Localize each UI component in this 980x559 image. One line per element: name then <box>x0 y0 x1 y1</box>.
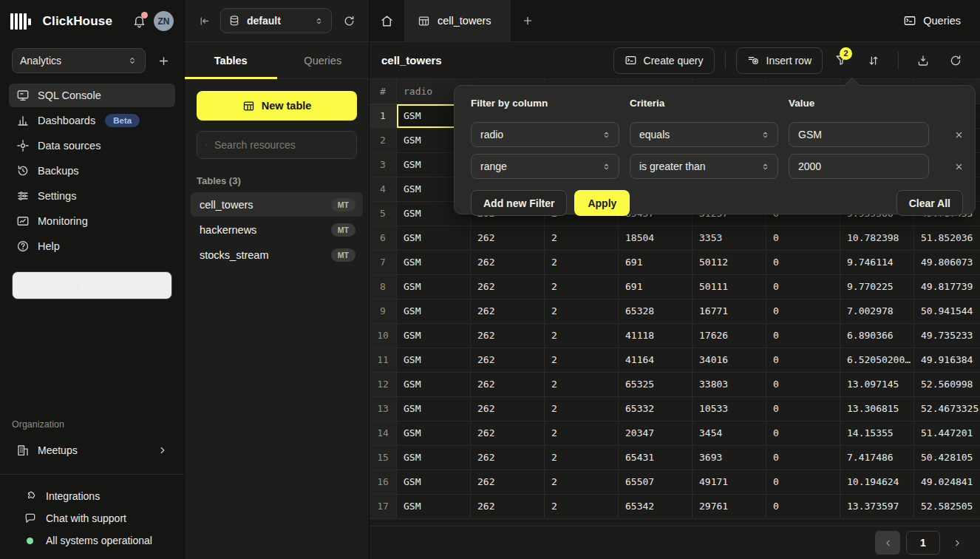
table-cell[interactable]: 51.447201 <box>914 421 980 446</box>
table-cell[interactable]: 2 <box>545 275 619 299</box>
table-row[interactable]: 8GSM26226915011109.77022549.817739 <box>370 275 980 299</box>
table-cell[interactable]: 9.746114 <box>840 251 914 275</box>
table-cell[interactable]: 65431 <box>619 446 693 470</box>
table-cell[interactable]: 41164 <box>619 348 693 373</box>
filter-column-select[interactable]: range <box>471 154 619 179</box>
workspace-select[interactable]: Analytics <box>12 48 146 73</box>
table-cell[interactable]: GSM <box>397 470 471 495</box>
table-row[interactable]: 10GSM2622411181762606.89036649.735233 <box>370 324 980 348</box>
table-cell[interactable]: 20347 <box>619 421 693 446</box>
table-cell[interactable]: 262 <box>471 470 545 495</box>
table-cell[interactable]: 7.002978 <box>840 299 914 324</box>
table-cell[interactable]: 13.306815 <box>840 397 914 421</box>
sidebar-item-dashboards[interactable]: Dashboards Beta <box>9 109 175 132</box>
table-cell[interactable]: 10.194624 <box>840 470 914 495</box>
filter-button[interactable]: 2 <box>827 47 855 74</box>
table-cell[interactable]: 16771 <box>693 299 766 324</box>
sidebar-item-help[interactable]: Help <box>9 234 175 258</box>
table-cell[interactable]: 262 <box>471 373 545 397</box>
table-cell[interactable]: 50.941544 <box>914 299 980 324</box>
table-cell[interactable]: 2 <box>545 373 619 397</box>
table-cell[interactable]: 2 <box>545 348 619 373</box>
table-cell[interactable]: 3693 <box>693 446 766 470</box>
table-cell[interactable]: 6.890366 <box>840 324 914 348</box>
table-cell[interactable]: 0 <box>766 397 840 421</box>
table-row[interactable]: 9GSM2622653281677107.00297850.941544 <box>370 299 980 324</box>
table-cell[interactable]: 0 <box>766 446 840 470</box>
sidebar-item-data-sources[interactable]: Data sources <box>9 134 175 157</box>
search-input[interactable] <box>214 139 348 151</box>
table-cell[interactable]: 2 <box>545 495 619 519</box>
table-cell[interactable]: 52.560998 <box>914 373 980 397</box>
table-cell[interactable]: 65325 <box>619 373 693 397</box>
table-cell[interactable]: 0 <box>766 470 840 495</box>
table-cell[interactable]: 41118 <box>619 324 693 348</box>
connect-button[interactable]: Connect <box>12 271 172 299</box>
table-cell[interactable]: 262 <box>471 299 545 324</box>
table-cell[interactable]: 0 <box>766 373 840 397</box>
table-cell[interactable]: 0 <box>766 299 840 324</box>
add-filter-button[interactable]: Add new Filter <box>471 190 567 216</box>
create-query-button[interactable]: Create query <box>613 47 715 74</box>
list-item-hackernews[interactable]: hackernews MT <box>191 217 363 242</box>
table-cell[interactable]: GSM <box>397 495 471 519</box>
tab-queries[interactable]: Queries <box>277 42 370 78</box>
table-cell[interactable]: 17626 <box>693 324 766 348</box>
table-cell[interactable]: 691 <box>619 275 693 299</box>
insert-row-button[interactable]: Insert row <box>736 47 823 74</box>
tab-cell-towers[interactable]: cell_towers <box>404 0 511 42</box>
table-cell[interactable]: 3353 <box>693 226 766 251</box>
queries-button[interactable]: Queries <box>903 14 961 27</box>
table-cell[interactable]: 262 <box>471 275 545 299</box>
refresh-button[interactable] <box>942 47 970 74</box>
table-cell[interactable]: GSM <box>397 348 471 373</box>
filter-criteria-select[interactable]: is greater than <box>630 154 778 179</box>
system-status[interactable]: All systems operational <box>0 529 184 552</box>
table-cell[interactable]: 262 <box>471 397 545 421</box>
page-number[interactable]: 1 <box>906 531 940 555</box>
apply-button[interactable]: Apply <box>574 190 630 216</box>
table-cell[interactable]: 13.373597 <box>840 495 914 519</box>
table-cell[interactable]: 49.806073 <box>914 251 980 275</box>
table-cell[interactable]: 51.852036 <box>914 226 980 251</box>
chat-support-link[interactable]: Chat with support <box>0 507 184 529</box>
sidebar-item-settings[interactable]: Settings <box>9 184 175 208</box>
filter-value-input[interactable] <box>789 154 929 179</box>
table-cell[interactable]: 14.15355 <box>840 421 914 446</box>
table-cell[interactable]: 18504 <box>619 226 693 251</box>
table-row[interactable]: 6GSM2622185043353010.78239851.852036 <box>370 226 980 251</box>
table-row[interactable]: 12GSM26226532533803013.09714552.560998 <box>370 373 980 397</box>
home-button[interactable] <box>370 0 404 42</box>
table-cell[interactable]: 10533 <box>693 397 766 421</box>
table-cell[interactable]: 0 <box>766 495 840 519</box>
table-cell[interactable]: 0 <box>766 421 840 446</box>
download-button[interactable] <box>909 47 937 74</box>
table-cell[interactable]: GSM <box>397 226 471 251</box>
table-cell[interactable]: 3454 <box>693 421 766 446</box>
remove-filter-button[interactable] <box>948 124 969 145</box>
table-row[interactable]: 7GSM26226915011209.74611449.806073 <box>370 251 980 275</box>
table-cell[interactable]: GSM <box>397 421 471 446</box>
table-cell[interactable]: 262 <box>471 251 545 275</box>
avatar[interactable]: ZN <box>154 11 174 31</box>
table-cell[interactable]: 2 <box>545 226 619 251</box>
table-row[interactable]: 11GSM2622411643401606.52050200…49.916384 <box>370 348 980 373</box>
table-cell[interactable]: 2 <box>545 251 619 275</box>
table-cell[interactable]: 13.097145 <box>840 373 914 397</box>
table-cell[interactable]: 262 <box>471 446 545 470</box>
table-cell[interactable]: 65342 <box>619 495 693 519</box>
list-item-cell-towers[interactable]: cell_towers MT <box>191 192 363 217</box>
database-select[interactable]: default <box>220 8 332 33</box>
table-cell[interactable]: 2 <box>545 421 619 446</box>
table-row[interactable]: 14GSM2622203473454014.1535551.447201 <box>370 421 980 446</box>
table-cell[interactable]: 50.428105 <box>914 446 980 470</box>
remove-filter-button[interactable] <box>948 156 969 177</box>
table-cell[interactable]: 2 <box>545 446 619 470</box>
filter-column-select[interactable]: radio <box>471 122 619 147</box>
table-cell[interactable]: 262 <box>471 495 545 519</box>
table-cell[interactable]: 49171 <box>693 470 766 495</box>
table-cell[interactable]: 0 <box>766 275 840 299</box>
table-cell[interactable]: 49.024841 <box>914 470 980 495</box>
table-cell[interactable]: GSM <box>397 324 471 348</box>
table-cell[interactable]: 691 <box>619 251 693 275</box>
